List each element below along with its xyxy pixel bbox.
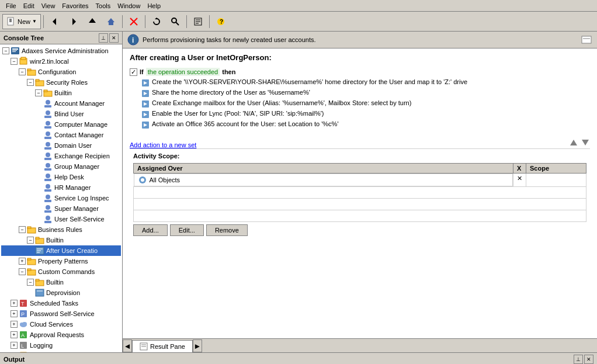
tree-cs-expand[interactable]: +: [11, 321, 18, 328]
tree-approval-requests[interactable]: + A Approval Requests: [1, 330, 121, 340]
tree-security-roles[interactable]: − Security Roles: [1, 77, 121, 88]
tree-scheduled-tasks[interactable]: + T Scheduled Tasks: [1, 298, 121, 308]
rule-action-text-3: Create Exchange mailbox for the User (Al…: [152, 99, 411, 106]
then-keyword: then: [222, 68, 235, 75]
tree-root[interactable]: − Adaxes Service Administration: [1, 46, 121, 56]
tree-domain[interactable]: − winr2.tin.local: [1, 56, 121, 67]
tree-hr-manager[interactable]: HR Manager: [1, 182, 121, 193]
toolbar-separator-2: [122, 15, 123, 28]
tree-builtin-1[interactable]: − Builtin: [1, 88, 121, 98]
tree-group-manager-label: Group Manager: [54, 163, 99, 170]
svg-rect-34: [44, 116, 51, 118]
tree-user-self-service[interactable]: User Self-Service: [1, 214, 121, 224]
tree-after-user-creation[interactable]: After User Creatio: [1, 245, 121, 256]
tree-domain-expand[interactable]: −: [11, 58, 18, 65]
menu-favorites[interactable]: Favorites: [58, 1, 92, 11]
tree-contact-manager[interactable]: Contact Manager: [1, 130, 121, 140]
tree-cloud-services[interactable]: + Cloud Services: [1, 319, 121, 330]
tree-root-expand[interactable]: −: [2, 47, 9, 54]
new-dropdown-arrow[interactable]: ▼: [32, 19, 37, 24]
role-icon-1: [43, 99, 53, 108]
tree-logging[interactable]: + L Logging: [1, 340, 121, 351]
menu-file[interactable]: File: [2, 1, 20, 11]
tree-custom-commands[interactable]: − Custom Commands: [1, 266, 121, 277]
toolbar-btn-search[interactable]: [166, 14, 184, 29]
tree-builtin-4[interactable]: − Builtin: [1, 277, 121, 287]
rule-checkbox[interactable]: ✓: [130, 68, 137, 76]
tree-cc-expand[interactable]: −: [19, 268, 26, 275]
down-action-btn[interactable]: [581, 138, 590, 147]
tree-property-patterns[interactable]: + Property Patterns: [1, 256, 121, 266]
menu-help[interactable]: Help: [144, 1, 164, 11]
toolbar-btn-forward[interactable]: [65, 14, 82, 29]
console-tree-pin-btn[interactable]: ⊥: [99, 33, 108, 43]
scope-remove-btn[interactable]: Remove: [206, 224, 248, 236]
output-close-btn[interactable]: ✕: [584, 355, 593, 364]
tree-builtin2-expand[interactable]: −: [27, 237, 34, 244]
toolbar-btn-up[interactable]: [84, 14, 101, 29]
tab-nav-right[interactable]: ►: [193, 339, 202, 352]
tree-builtin1-expand[interactable]: −: [35, 89, 42, 96]
output-pin-btn[interactable]: ⊥: [574, 355, 583, 364]
menu-window[interactable]: Window: [114, 1, 144, 11]
svg-rect-38: [44, 137, 51, 139]
svg-point-77: [22, 322, 27, 325]
tree-help-desk[interactable]: Help Desk: [1, 172, 121, 182]
tree-super-manager[interactable]: Super Manager: [1, 203, 121, 214]
info-bar-action-icon[interactable]: [581, 34, 592, 46]
tree-ar-expand[interactable]: +: [11, 331, 18, 338]
scope-edit-btn[interactable]: Edit...: [170, 224, 204, 236]
tree-st-expand[interactable]: +: [11, 300, 18, 307]
scope-cell-x-1[interactable]: ✕: [513, 174, 526, 187]
svg-marker-7: [107, 18, 114, 25]
tree-business-rules[interactable]: − Business Rules: [1, 224, 121, 235]
up-action-btn[interactable]: [569, 138, 578, 147]
role-icon-6: [43, 151, 53, 161]
tree-pss-expand[interactable]: +: [11, 310, 18, 317]
toolbar-btn-refresh[interactable]: [148, 14, 165, 29]
toolbar-btn-help[interactable]: ?: [212, 14, 230, 29]
tree-account-manager[interactable]: Account Manager: [1, 98, 121, 109]
tree-builtin-2[interactable]: − Builtin: [1, 235, 121, 245]
tree-blind-user[interactable]: Blind User: [1, 109, 121, 119]
tree-password-self-service[interactable]: + P Password Self-Service: [1, 308, 121, 319]
tree-deprovision[interactable]: Deprovision: [1, 287, 121, 298]
if-keyword: If: [140, 68, 144, 75]
toolbar-btn-delete[interactable]: [125, 14, 143, 29]
rule-action-5: Activate an Office 365 account for the U…: [141, 120, 590, 129]
tree-hr-manager-label: HR Manager: [54, 184, 91, 191]
tree-exchange-recipien[interactable]: Exchange Recipien: [1, 151, 121, 161]
add-action-link[interactable]: Add action to a new set: [130, 141, 196, 148]
tree-domain-user[interactable]: Domain User: [1, 140, 121, 151]
tree-builtin4-expand[interactable]: −: [27, 279, 34, 286]
tree-pp-expand[interactable]: +: [19, 258, 26, 265]
tree-business-rules-expand[interactable]: −: [19, 226, 26, 233]
menu-edit[interactable]: Edit: [20, 1, 38, 11]
right-panel: i Performs provisioning tasks for newly …: [123, 32, 597, 352]
svg-point-41: [46, 152, 50, 157]
tree-group-manager[interactable]: Group Manager: [1, 161, 121, 172]
tree-computer-manage[interactable]: Computer Manage: [1, 119, 121, 130]
toolbar-btn-home[interactable]: [102, 14, 120, 29]
tree-log-expand[interactable]: +: [11, 342, 18, 349]
tab-nav-left[interactable]: ◄: [123, 339, 132, 352]
toolbar-btn-properties[interactable]: [189, 14, 207, 29]
password-icon: P: [19, 309, 28, 318]
toolbar-separator-1: [43, 15, 44, 28]
tree-configuration[interactable]: − Configuration: [1, 67, 121, 77]
tree-config-expand[interactable]: −: [19, 68, 26, 75]
tree-business-rules-label: Business Rules: [38, 226, 82, 233]
scope-add-btn[interactable]: Add...: [133, 224, 168, 236]
new-button[interactable]: New ▼: [2, 14, 41, 29]
tree-business-units[interactable]: + Business Units: [1, 351, 121, 352]
menu-view[interactable]: View: [38, 1, 59, 11]
main-container: Console Tree ⊥ ✕ − Adaxes Service Admini…: [0, 32, 597, 352]
tree-security-expand[interactable]: −: [27, 79, 34, 86]
svg-text:i: i: [132, 36, 134, 44]
result-pane-tab[interactable]: Result Pane: [132, 340, 193, 352]
tree-service-log[interactable]: Service Log Inspec: [1, 193, 121, 203]
toolbar-btn-back[interactable]: [46, 14, 64, 29]
rule-actions: Create the '\\YOUR-SERVER\YOUR-SHARE\%us…: [141, 78, 590, 129]
menu-tools[interactable]: Tools: [92, 1, 114, 11]
console-tree-close-btn[interactable]: ✕: [109, 33, 119, 43]
